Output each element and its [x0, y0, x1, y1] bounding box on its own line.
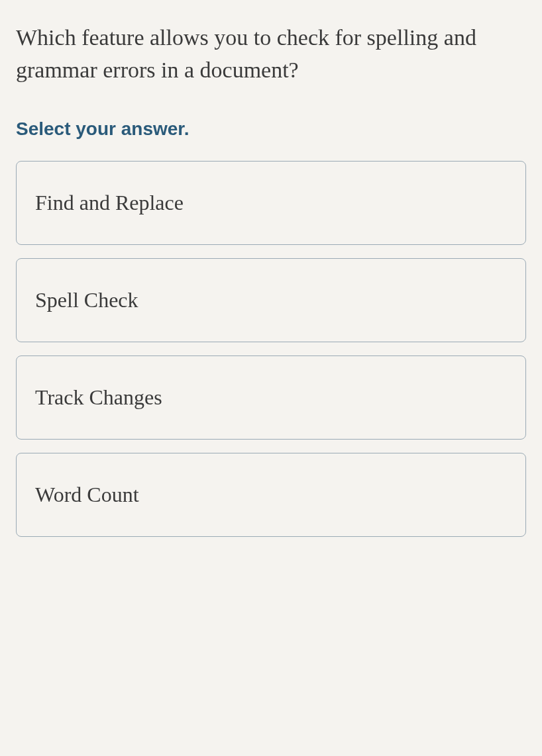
instruction-text: Select your answer. — [16, 118, 526, 140]
option-word-count[interactable]: Word Count — [16, 453, 526, 537]
question-text: Which feature allows you to check for sp… — [16, 21, 526, 87]
options-list: Find and Replace Spell Check Track Chang… — [16, 161, 526, 537]
option-track-changes[interactable]: Track Changes — [16, 355, 526, 440]
option-find-and-replace[interactable]: Find and Replace — [16, 161, 526, 245]
option-spell-check[interactable]: Spell Check — [16, 258, 526, 342]
